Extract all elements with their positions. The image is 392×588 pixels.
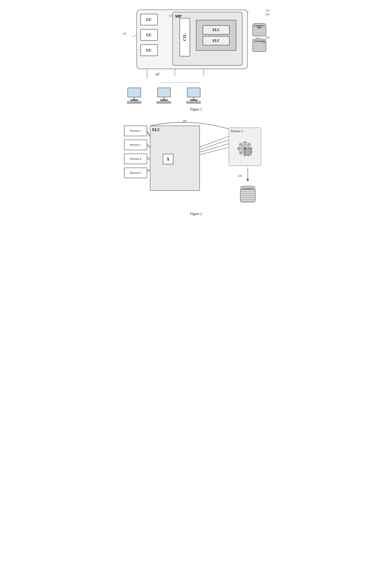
svg-rect-54 <box>251 151 252 152</box>
keyboard-3 <box>186 101 201 104</box>
ref-110: 110 <box>122 32 126 35</box>
stand-3 <box>193 97 194 100</box>
process-5-label: Process 5 <box>130 171 141 174</box>
elc-group: ELC ELC <box>196 20 236 51</box>
cylinder-1: MM <box>252 23 267 36</box>
svg-rect-56 <box>248 154 249 156</box>
figure1-diagram: UC UC UC MP CTL ELC <box>121 8 271 104</box>
x-label: X <box>167 157 170 162</box>
ref-130: 130 <box>262 41 266 44</box>
process-5-box: Process 5 <box>124 168 147 178</box>
process-4-label: Process 4 <box>130 157 141 160</box>
uc-label-1: UC <box>146 18 152 22</box>
ref-220: 220 <box>238 174 242 178</box>
elc-outer-box: ELC X <box>150 126 200 191</box>
cylinder-top-1 <box>252 23 266 26</box>
uc-box-2: UC <box>140 29 158 41</box>
process-1-box: Process 1 <box>124 126 147 136</box>
database-cylinder <box>240 186 256 202</box>
figure2-caption: Figure 2 <box>117 212 275 216</box>
ref-200: 200 <box>182 120 186 122</box>
uc-box-3: UC <box>140 44 158 56</box>
stand-1 <box>134 97 134 100</box>
monitor-1 <box>128 88 141 97</box>
keyboard-1 <box>127 101 141 104</box>
elc-box-1: ELC <box>203 25 230 34</box>
svg-rect-49 <box>248 148 249 149</box>
process-group: Process 1 Process 2 Process 4 Process 5 <box>124 126 147 178</box>
db-body <box>240 189 256 202</box>
x-box: X <box>163 154 173 164</box>
ref-125: 125 <box>169 14 173 18</box>
svg-rect-44 <box>238 148 240 150</box>
monitor-2 <box>157 88 171 97</box>
gear-icon <box>236 140 254 157</box>
process-2-label: Process 2 <box>130 143 141 146</box>
elc-outer-label: ELC <box>152 128 160 132</box>
workstation-group <box>127 88 201 104</box>
ref-140: 140 <box>155 73 159 76</box>
svg-rect-58 <box>244 151 246 152</box>
uc-label-3: UC <box>146 48 152 52</box>
figure2-diagram: 200 210 220 230 ELC X Process 1 Process … <box>121 116 271 208</box>
keyboard-2 <box>157 101 171 104</box>
page: UC UC UC MP CTL ELC <box>117 8 275 216</box>
ref-120: 120 <box>265 9 269 12</box>
monitor-3 <box>187 88 200 97</box>
base-2 <box>160 100 168 101</box>
elc-label-1: ELC <box>212 28 220 32</box>
process-2-box: Process 2 <box>124 140 147 150</box>
stand-2 <box>164 97 164 100</box>
process3-label: Process 3 <box>231 130 242 133</box>
process-1-label: Process 1 <box>130 129 141 132</box>
ctl-box: CTL <box>180 18 190 56</box>
svg-rect-35 <box>244 141 246 144</box>
computer-3 <box>186 88 201 104</box>
elc-label-2: ELC <box>212 39 220 43</box>
process3-box: Process 3 <box>228 128 261 166</box>
mm-label-1: MM <box>257 26 262 29</box>
process-4-box: Process 4 <box>124 154 147 164</box>
db-top <box>240 186 256 189</box>
computer-1 <box>127 88 141 104</box>
mm-group: MM 130 <box>252 23 267 55</box>
svg-line-3 <box>133 34 136 38</box>
figure1-caption: Figure 1 <box>117 108 275 112</box>
ctl-label: CTL <box>183 34 187 41</box>
uc-group: UC UC UC <box>140 14 158 56</box>
svg-point-48 <box>248 151 249 153</box>
uc-box-1: UC <box>140 14 158 25</box>
uc-label-2: UC <box>146 33 152 37</box>
main-system-box: UC UC UC MP CTL ELC <box>136 10 248 69</box>
computer-2 <box>157 88 171 104</box>
ref-100: 100 <box>265 13 269 16</box>
base-3 <box>190 100 198 101</box>
mp-box: MP CTL ELC ELC <box>172 12 242 66</box>
cylinder-body-1: MM <box>252 26 266 36</box>
elc-box-2: ELC <box>203 36 230 45</box>
base-1 <box>130 100 138 101</box>
